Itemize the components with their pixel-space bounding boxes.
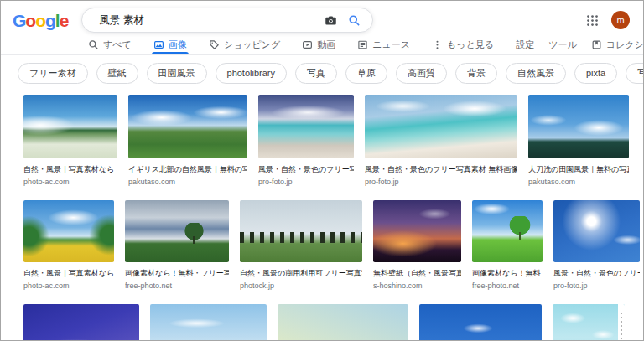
image-result-card[interactable]: 画像素材なら！無料・フ...free-photo.net: [472, 200, 543, 290]
filter-chip[interactable]: 写真: [295, 63, 337, 84]
result-domain[interactable]: photo-ac.com: [23, 282, 114, 290]
result-title[interactable]: 大刀洗の田園風景｜無料の写真素材はフリ...: [528, 164, 629, 175]
result-image[interactable]: [23, 304, 139, 341]
filter-chip[interactable]: photolibrary: [216, 63, 287, 84]
tab-videos[interactable]: 動画: [302, 34, 335, 54]
filter-chip[interactable]: 高画質: [396, 63, 447, 84]
image-result-card[interactable]: 自然・風景｜写真素材なら「写真AC...photo-ac.com: [23, 200, 114, 290]
result-image[interactable]: [23, 95, 117, 158]
collections-icon: [591, 39, 602, 50]
result-image[interactable]: [373, 200, 461, 262]
search-bar[interactable]: [81, 8, 373, 33]
result-domain[interactable]: pakutaso.com: [128, 178, 247, 186]
image-result-card[interactable]: 無料壁紙（自然・風景写真等）...s-hoshino.com: [373, 200, 461, 290]
result-title[interactable]: イギリス北部の自然風景｜無料の写真素材...: [128, 164, 247, 175]
image-result-card[interactable]: 風景・自然・景色のフリー写真素材 無料画像｜フリー素材...pro-foto.j…: [365, 95, 517, 186]
top-right-controls: m: [586, 11, 630, 29]
filter-chip[interactable]: 田園風景: [147, 63, 207, 84]
image-result-card[interactable]: [553, 304, 625, 341]
image-result-card[interactable]: 風景・自然・景色のフリー写真素材 ...pro-foto.jp: [258, 95, 354, 186]
result-image[interactable]: [528, 95, 629, 158]
result-domain[interactable]: pro-foto.jp: [365, 178, 517, 186]
search-input[interactable]: [99, 14, 314, 26]
result-domain[interactable]: pro-foto.jp: [553, 282, 640, 290]
result-title[interactable]: 無料壁紙（自然・風景写真等）...: [373, 268, 461, 279]
results-row: [23, 304, 643, 341]
logo-letter: g: [45, 11, 55, 30]
image-icon: [153, 39, 164, 50]
tabs-right: コレクションセーフサーチ▼: [591, 34, 644, 54]
result-domain[interactable]: pro-foto.jp: [258, 178, 354, 186]
search-submit-icon[interactable]: [348, 14, 361, 27]
tab-images[interactable]: 画像: [153, 34, 187, 54]
result-title[interactable]: 風景・自然・景色のフリー写真素材 無料画像｜フリー素材...: [365, 164, 517, 175]
filter-chip[interactable]: 写真素材: [626, 63, 644, 84]
image-result-card[interactable]: イギリス北部の自然風景｜無料の写真素材...pakutaso.com: [128, 95, 247, 186]
collections-button[interactable]: コレクション: [591, 39, 644, 51]
result-image[interactable]: [258, 95, 354, 158]
tabs-bar: すべて画像ショッピング動画ニュースもっと見る設定ツール コレクションセーフサーチ…: [1, 34, 643, 55]
apps-grid-icon[interactable]: [586, 14, 599, 27]
filter-chip[interactable]: 背景: [455, 63, 497, 84]
tab-shopping[interactable]: ショッピング: [209, 34, 281, 54]
google-logo[interactable]: Google: [13, 12, 68, 29]
image-result-card[interactable]: 画像素材なら！無料・フリー写真素材...free-photo.net: [125, 200, 229, 290]
image-result-card[interactable]: [419, 304, 542, 341]
result-image[interactable]: [125, 200, 229, 262]
result-title[interactable]: 自然・風景｜写真素材なら「写真AC」無料...: [23, 164, 117, 175]
result-title[interactable]: 自然・風景の商用利用可フリー写真素材一覧｜フォ...: [240, 268, 362, 279]
tab-label: 画像: [169, 39, 187, 51]
tab-settings[interactable]: 設定: [516, 34, 534, 54]
image-result-card[interactable]: 自然・風景の商用利用可フリー写真素材一覧｜フォ...photock.jp: [240, 200, 362, 290]
tab-label: ショッピング: [224, 39, 281, 51]
image-result-card[interactable]: 自然・風景｜写真素材なら「写真AC」無料...photo-ac.com: [23, 95, 117, 186]
filter-chip[interactable]: フリー素材: [18, 63, 88, 84]
tab-all[interactable]: すべて: [88, 34, 132, 54]
tab-label: もっと見る: [447, 39, 494, 51]
result-title[interactable]: 画像素材なら！無料・フリー写真素材...: [125, 268, 229, 279]
filter-chip[interactable]: 草原: [345, 63, 387, 84]
result-image[interactable]: [278, 304, 408, 341]
avatar[interactable]: m: [611, 11, 630, 29]
result-image[interactable]: [553, 304, 625, 341]
result-domain[interactable]: pakutaso.com: [528, 178, 629, 186]
result-image[interactable]: [553, 200, 640, 262]
tab-label: 動画: [317, 39, 335, 51]
result-image[interactable]: [128, 95, 247, 158]
result-title[interactable]: 風景・自然・景色のフリー写真素材 ...: [258, 164, 354, 175]
image-result-card[interactable]: [150, 304, 267, 341]
tab-more[interactable]: もっと見る: [432, 34, 494, 54]
video-icon: [302, 39, 313, 50]
logo-letter: G: [13, 11, 25, 30]
result-title[interactable]: 画像素材なら！無料・フ...: [472, 268, 543, 279]
result-domain[interactable]: free-photo.net: [125, 282, 229, 290]
result-image[interactable]: [472, 200, 543, 262]
image-result-card[interactable]: [23, 304, 139, 341]
result-image[interactable]: [240, 200, 362, 262]
result-domain[interactable]: free-photo.net: [472, 282, 543, 290]
tab-label: ツール: [548, 39, 577, 51]
result-domain[interactable]: photock.jp: [240, 282, 362, 290]
result-image[interactable]: [23, 200, 114, 262]
top-bar: Google m: [1, 1, 643, 34]
results-row: 自然・風景｜写真素材なら「写真AC...photo-ac.com画像素材なら！無…: [23, 200, 643, 290]
result-domain[interactable]: photo-ac.com: [23, 178, 117, 186]
image-result-card[interactable]: 風景・自然・景色のフリー写真...pro-foto.jp: [553, 200, 640, 290]
image-result-card[interactable]: 大刀洗の田園風景｜無料の写真素材はフリ...pakutaso.com: [528, 95, 629, 186]
camera-search-icon[interactable]: [325, 14, 337, 27]
result-title[interactable]: 自然・風景｜写真素材なら「写真AC...: [23, 268, 114, 279]
tab-label: 設定: [516, 39, 534, 51]
result-image[interactable]: [419, 304, 542, 341]
tab-label: ニュース: [372, 39, 410, 51]
tab-news[interactable]: ニュース: [357, 34, 410, 54]
logo-letter: o: [25, 11, 35, 30]
result-domain[interactable]: s-hoshino.com: [373, 282, 461, 290]
image-result-card[interactable]: [278, 304, 408, 341]
filter-chip[interactable]: 壁紙: [96, 63, 138, 84]
result-image[interactable]: [365, 95, 517, 158]
tab-tools[interactable]: ツール: [548, 34, 577, 54]
filter-chip[interactable]: 自然風景: [506, 63, 566, 84]
result-image[interactable]: [150, 304, 267, 341]
filter-chip[interactable]: pixta: [574, 63, 617, 84]
result-title[interactable]: 風景・自然・景色のフリー写真...: [553, 268, 640, 279]
